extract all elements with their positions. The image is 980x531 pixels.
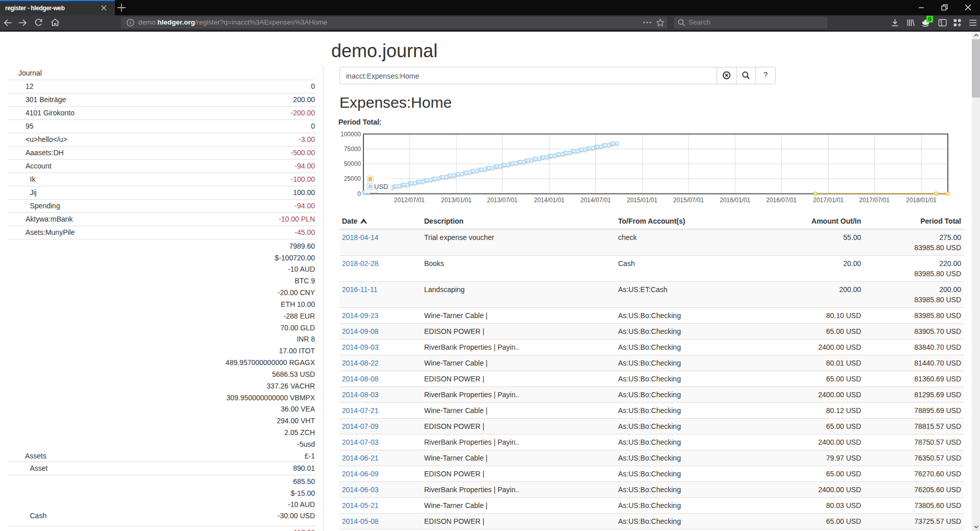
svg-text:USD: USD: [374, 183, 388, 190]
